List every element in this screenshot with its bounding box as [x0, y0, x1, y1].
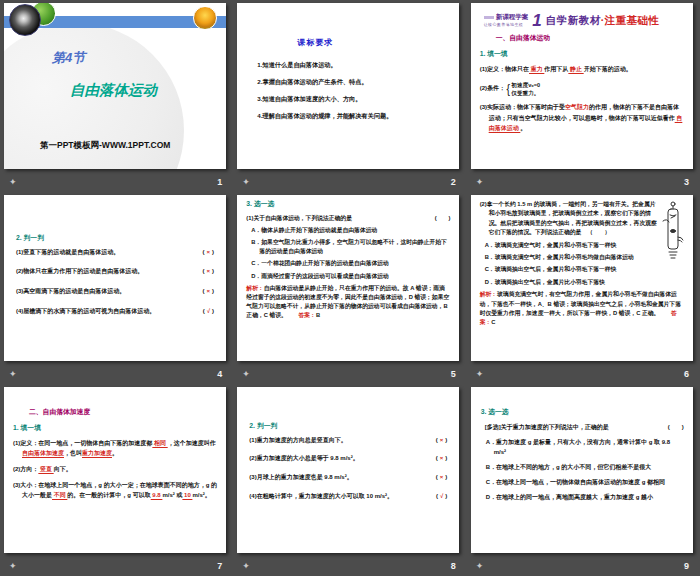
brace-lines: 初速度v₀=0仅受重力。	[511, 81, 540, 98]
slide-meta-row: ✦ 5	[242, 367, 455, 381]
slide-number: 8	[451, 561, 456, 571]
slide-thumbnail-5[interactable]: 3. 选一选( )(1)关于自由落体运动，下列说法正确的是A．物体从静止开始下落…	[237, 195, 459, 361]
option-line: B．玻璃筒充满空气时，金属片和小羽毛均做自由落体运动	[485, 253, 685, 262]
slide-thumbnail-8[interactable]: 2. 判一判(1)重力加速度的方向总是竖直向下。(×)(2)重力加速度的大小总是…	[237, 387, 459, 553]
animation-indicator-icon[interactable]: ✦	[9, 178, 17, 187]
option-line: D．在地球上的同一地点，离地面高度越大，重力加速度 g 越小	[486, 492, 684, 503]
brand-header: 新课程学案 让核心素养落地生根 1 自学新教材·注重基础性	[471, 3, 693, 30]
judge-item: (1)重力加速度的方向总是竖直向下。(×)	[249, 436, 447, 446]
animation-indicator-icon[interactable]: ✦	[9, 562, 17, 571]
slide-meta-row: ✦ 2	[242, 175, 455, 189]
paren-close: )	[445, 455, 447, 461]
judge-item: (3)高空雨滴下落的运动是自由落体运动。(×)	[16, 287, 214, 297]
judge-item: (3)月球上的重力加速度也是 9.8 m/s²。(×)	[249, 473, 447, 483]
option-line: D．玻璃筒抽出空气后，金属片比小羽毛下落快	[485, 278, 685, 287]
flower-image	[193, 6, 217, 30]
judge-text: (4)在粗略计算中，重力加速度的大小可以取 10 m/s²。	[249, 492, 436, 502]
text-segment: C．在地球上同一地点，一切物体做自由落体运动的加速度 g 都相同	[486, 479, 665, 485]
animation-indicator-icon[interactable]: ✦	[9, 370, 17, 379]
paragraph: ( )(1)关于自由落体运动，下列说法正确的是	[246, 214, 450, 223]
judge-item: (2)物体只在重力作用下的运动是自由落体运动。(×)	[16, 267, 214, 277]
section-heading: 2. 判一判	[16, 233, 214, 244]
option-line: B．在地球上不同的地方，g 的大小不同，但它们相差不是很大	[486, 462, 684, 473]
animation-indicator-icon[interactable]: ✦	[242, 178, 250, 187]
text-segment: m/s²。	[192, 492, 210, 498]
section-heading: 二、自由落体加速度	[29, 407, 217, 418]
slide-thumbnail-4[interactable]: 2. 判一判(1)竖直下落的运动就是自由落体运动。(×)(2)物体只在重力作用下…	[4, 195, 226, 361]
slide-thumbnail-2[interactable]: 课标要求1.知道什么是自由落体运动。2.掌握自由落体运动的产生条件、特点。3.知…	[237, 3, 459, 169]
judge-mark-group: (×)	[202, 287, 214, 297]
text-segment: 作用下从	[544, 66, 568, 72]
text-segment: 4.理解自由落体运动的规律，并能解决有关问题。	[257, 112, 392, 119]
animation-indicator-icon[interactable]: ✦	[242, 370, 250, 379]
slide-body: 3. 选一选( )[多选]关于重力加速度的下列说法中，正确的是A．重力加速度 g…	[471, 387, 693, 503]
slide-cell-6: (2)拿一个长约 1.5 m 的玻璃筒，一端封闭，另一端有开关。把金属片和小羽毛…	[467, 192, 700, 384]
text-segment: C	[491, 319, 495, 325]
judge-text: (2)重力加速度的大小总是等于 9.8 m/s²。	[249, 454, 435, 464]
slide-body: 课标要求1.知道什么是自由落体运动。2.掌握自由落体运动的产生条件、特点。3.知…	[237, 3, 459, 120]
section-heading: 3. 选一选	[246, 199, 450, 210]
option-line: C．一个棉花团由静止开始下落的运动是自由落体运动	[251, 259, 450, 268]
judge-text: (1)重力加速度的方向总是竖直向下。	[249, 436, 435, 446]
text-segment: 不同	[52, 492, 67, 498]
option-line: A．物体从静止开始下落的运动就是自由落体运动	[251, 226, 450, 235]
paragraph: 解析：自由落体运动是从静止开始，只在重力作用下的运动。故 A 错误；雨滴经过窗子…	[246, 284, 450, 321]
animation-indicator-icon[interactable]: ✦	[476, 370, 484, 379]
slide-thumbnail-6[interactable]: (2)拿一个长约 1.5 m 的玻璃筒，一端封闭，另一端有开关。把金属片和小羽毛…	[471, 195, 693, 361]
text-segment: B	[316, 312, 320, 318]
text-segment: 重力加速度	[82, 450, 112, 456]
slide-meta-row: ✦ 6	[476, 367, 689, 381]
paragraph: (3)大小：在地球上同一个地点，g 的大小一定；在地球表面不同的地方，g 的大小…	[13, 480, 217, 501]
slide-cell-7: 二、自由落体加速度1. 填一填(1)定义：在同一地点，一切物体自由下落的加速度都…	[0, 384, 233, 576]
slide-thumbnail-7[interactable]: 二、自由落体加速度1. 填一填(1)定义：在同一地点，一切物体自由下落的加速度都…	[4, 387, 226, 553]
slide-meta-row: ✦ 3	[476, 175, 689, 189]
slide-sorter-grid: 第4节 自由落体运动 第一PPT模板网-WWW.1PPT.COM ✦ 1 课标要…	[0, 0, 700, 576]
slide-thumbnail-1[interactable]: 第4节 自由落体运动 第一PPT模板网-WWW.1PPT.COM	[4, 3, 226, 169]
paren-close: )	[212, 288, 214, 294]
judge-item: (1)竖直下落的运动就是自由落体运动。(×)	[16, 248, 214, 258]
header-title-main: 自学新教材	[546, 14, 601, 26]
judge-mark: √	[205, 308, 212, 314]
header-title-accent: ·注重基础性	[601, 14, 660, 26]
paragraph: 3.知道自由落体加速度的大小、方向。	[257, 94, 445, 104]
animation-indicator-icon[interactable]: ✦	[476, 178, 484, 187]
text-segment: (1)关于自由落体运动，下列说法正确的是	[246, 215, 352, 221]
judge-mark-group: (×)	[436, 473, 448, 483]
slide-number: 7	[217, 561, 222, 571]
newton-tube-illustration	[661, 201, 685, 263]
option-line: A．重力加速度 g 是标量，只有大小，没有方向，通常计算中 g 取 9.8 m/…	[486, 437, 684, 459]
animation-indicator-icon[interactable]: ✦	[476, 562, 484, 571]
slide-cell-3: 新课程学案 让核心素养落地生根 1 自学新教材·注重基础性 一、自由落体运动1.…	[467, 0, 700, 192]
animation-indicator-icon[interactable]: ✦	[242, 562, 250, 571]
text-segment: (1)定义：在同一地点，一切物体自由下落的加速度都	[13, 440, 152, 446]
slide-title-line1: 第4节	[52, 49, 85, 67]
brace-glyph: {	[506, 79, 509, 100]
judge-text: (3)高空雨滴下落的运动是自由落体运动。	[16, 287, 202, 297]
slide-body: 3. 选一选( )(1)关于自由落体运动，下列说法正确的是A．物体从静止开始下落…	[237, 195, 459, 320]
text-segment: (2)拿一个长约 1.5 m 的玻璃筒，一端封闭，另一端有开关。把金属片和小羽毛…	[480, 201, 657, 235]
judge-mark-group: (√)	[436, 492, 447, 502]
text-segment: (2)方向：	[13, 466, 38, 472]
text-segment: A．玻璃筒充满空气时，金属片和小羽毛下落一样快	[485, 242, 617, 248]
text-segment: B．在地球上不同的地方，g 的大小不同，但它们相差不是很大	[486, 464, 652, 470]
section-heading: 1. 填一填	[13, 423, 217, 434]
slide-thumbnail-3[interactable]: 新课程学案 让核心素养落地生根 1 自学新教材·注重基础性 一、自由落体运动1.…	[471, 3, 693, 169]
text-segment: 解析：	[480, 291, 497, 297]
section-heading: 3. 选一选	[481, 407, 684, 418]
slide-meta-row: ✦ 1	[9, 175, 222, 189]
text-segment: [多选]关于重力加速度的下列说法中，正确的是	[485, 424, 609, 430]
slide-number: 2	[451, 177, 456, 187]
text-segment: D．雨滴经过窗子的这段运动可以看成是自由落体运动	[251, 273, 389, 279]
text-segment: 开始下落的运动。	[584, 66, 632, 72]
slide-number: 4	[217, 369, 222, 379]
slide-meta-row: ✦ 8	[242, 559, 455, 573]
slide-thumbnail-9[interactable]: 3. 选一选( )[多选]关于重力加速度的下列说法中，正确的是A．重力加速度 g…	[471, 387, 693, 553]
section-heading: 一、自由落体运动	[496, 33, 684, 44]
judge-mark-group: (×)	[202, 248, 214, 258]
section-heading: 课标要求	[297, 37, 445, 50]
paren-close: )	[445, 493, 447, 499]
paragraph: 1.知道什么是自由落体运动。	[257, 60, 445, 70]
paren-close: )	[445, 437, 447, 443]
text-segment: B．如果空气阻力比重力小得多，空气阻力可以忽略不计，这时由静止开始下落的运动是自…	[251, 239, 446, 254]
slide-cell-2: 课标要求1.知道什么是自由落体运动。2.掌握自由落体运动的产生条件、特点。3.知…	[233, 0, 466, 192]
